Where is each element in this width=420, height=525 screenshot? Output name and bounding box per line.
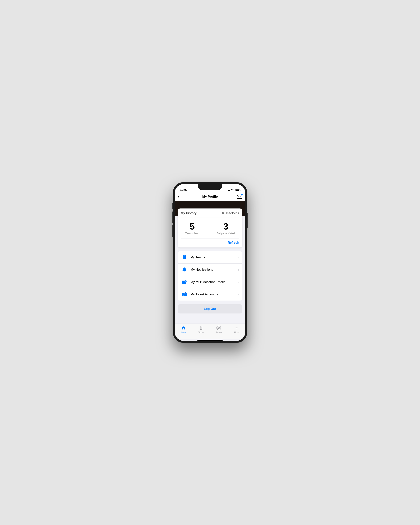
volume-up-button xyxy=(172,212,173,223)
main-content: My History 8 Check-Ins 5 Teams Seen 3 Ba… xyxy=(175,216,245,324)
menu-label-my-mlb-account-emails: My MLB Account Emails xyxy=(190,280,238,284)
more-tab-icon xyxy=(234,325,239,331)
tab-bar: Home Tickets SD xyxy=(175,324,245,339)
chevron-icon: › xyxy=(238,268,239,272)
svg-text:SD: SD xyxy=(217,327,220,329)
menu-item-my-mlb-account-emails[interactable]: My MLB Account Emails › xyxy=(178,276,242,288)
navigation-header: ‹ My Profile xyxy=(175,193,245,201)
status-icons xyxy=(227,189,240,191)
phone-screen: 12:00 ‹ My Profile xyxy=(175,184,245,341)
ballparks-visited-value: 3 xyxy=(217,222,235,231)
scroll-content: My History 8 Check-Ins 5 Teams Seen 3 Ba… xyxy=(175,201,245,324)
stats-row: 5 Teams Seen 3 Ballparks Visted xyxy=(181,220,239,236)
svg-point-10 xyxy=(236,328,237,328)
svg-text:SD: SD xyxy=(185,293,186,294)
svg-point-1 xyxy=(184,272,185,272)
more-tab-label: More xyxy=(234,331,239,333)
padres-tab-icon: SD xyxy=(216,325,221,331)
tickets-tab-icon xyxy=(199,325,204,331)
svg-point-4 xyxy=(183,295,184,296)
history-card: My History 8 Check-Ins 5 Teams Seen 3 Ba… xyxy=(178,208,242,247)
mail-notification-badge xyxy=(241,194,243,196)
teams-seen-value: 5 xyxy=(185,222,199,231)
tickets-tab-label: Tickets xyxy=(198,331,204,333)
refresh-button[interactable]: Refresh xyxy=(228,241,239,244)
volume-down-button xyxy=(172,225,173,237)
menu-section: My Teams › My Notifications › xyxy=(178,251,242,300)
chevron-icon: › xyxy=(238,255,239,260)
ballparks-visited-stat: 3 Ballparks Visted xyxy=(217,222,235,235)
menu-item-my-notifications[interactable]: My Notifications › xyxy=(178,264,242,276)
checkins-count: 8 Check-Ins xyxy=(222,212,239,215)
mail-button[interactable] xyxy=(235,195,242,199)
wifi-icon xyxy=(231,189,234,191)
teams-seen-label: Teams Seen xyxy=(185,232,199,235)
padres-tab-label: Padres xyxy=(216,331,222,333)
battery-icon xyxy=(235,189,240,191)
menu-item-my-teams[interactable]: My Teams › xyxy=(178,251,242,264)
home-tab-icon xyxy=(181,325,186,331)
page-title: My Profile xyxy=(185,195,235,199)
history-header: My History 8 Check-Ins xyxy=(181,212,239,215)
tab-tickets[interactable]: Tickets xyxy=(193,325,210,333)
teams-seen-stat: 5 Teams Seen xyxy=(185,222,199,235)
chevron-icon: › xyxy=(238,280,239,284)
history-divider xyxy=(181,217,239,217)
menu-label-my-teams: My Teams xyxy=(190,255,238,259)
back-button[interactable]: ‹ xyxy=(178,194,185,199)
menu-label-my-ticket-accounts: My Ticket Accounts xyxy=(190,292,238,296)
notch xyxy=(198,184,222,190)
menu-item-my-ticket-accounts[interactable]: SD My Ticket Accounts › xyxy=(178,288,242,300)
jersey-icon xyxy=(181,254,188,261)
svg-point-3 xyxy=(185,280,187,282)
logout-button[interactable]: Log Out xyxy=(178,304,242,313)
ballparks-visited-label: Ballparks Visted xyxy=(217,232,235,235)
refresh-row: Refresh xyxy=(181,239,239,244)
svg-point-11 xyxy=(237,328,238,328)
tab-more[interactable]: More xyxy=(228,325,245,333)
ticket-account-icon: SD xyxy=(181,291,188,298)
volume-silent-button xyxy=(172,203,173,209)
logout-section: Log Out xyxy=(178,304,242,313)
tab-padres[interactable]: SD Padres xyxy=(210,325,228,333)
stats-divider xyxy=(208,224,208,233)
svg-point-9 xyxy=(235,328,235,328)
history-title: My History xyxy=(181,212,196,215)
menu-label-my-notifications: My Notifications xyxy=(190,268,238,272)
status-time: 12:00 xyxy=(180,188,187,191)
home-indicator xyxy=(175,339,245,341)
power-button xyxy=(247,213,248,228)
chevron-icon: › xyxy=(238,292,239,297)
tab-home[interactable]: Home xyxy=(175,325,193,333)
bell-icon xyxy=(181,266,188,273)
phone-frame: 12:00 ‹ My Profile xyxy=(173,182,247,343)
home-tab-label: Home xyxy=(181,331,186,333)
signal-icon xyxy=(227,189,231,191)
account-email-icon xyxy=(181,279,188,286)
